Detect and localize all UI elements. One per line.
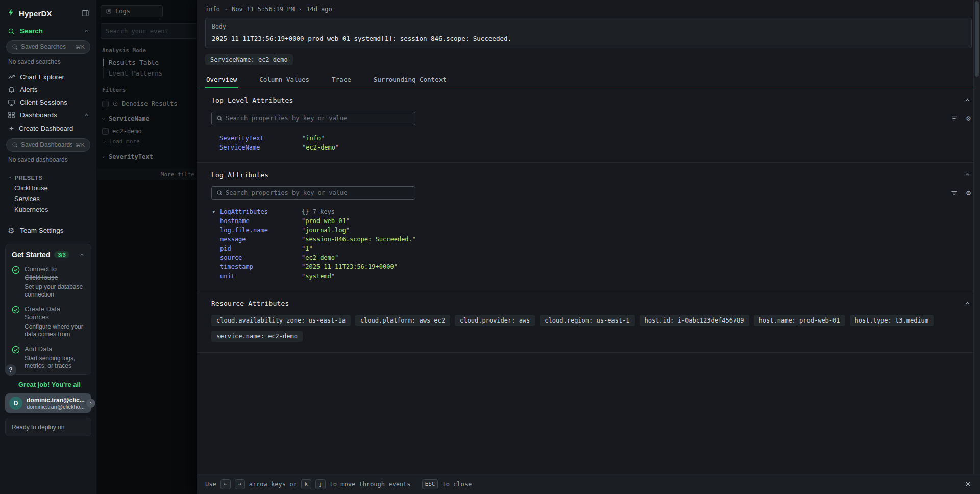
chevron-up-icon[interactable] (964, 300, 972, 307)
deploy-note: Ready to deploy on (5, 418, 91, 436)
service-name-chip: ServiceName: ec2-demo (205, 54, 293, 65)
properties-search-box[interactable] (211, 112, 415, 125)
attribute-key: timestamp (220, 262, 302, 271)
attribute-row[interactable]: timestamp 2025-11-11T23:56:19+0000 (220, 262, 972, 271)
preset-item[interactable]: Services (0, 193, 96, 204)
saved-dashboards-field[interactable] (21, 141, 72, 149)
bell-icon (7, 86, 15, 93)
user-menu[interactable]: D dominic.tran@clic... dominic.tran@clic… (5, 393, 91, 413)
plus-icon (8, 125, 15, 132)
properties-search-box[interactable] (211, 186, 415, 200)
chevron-up-icon[interactable] (964, 171, 972, 178)
get-started-item-title: Connect to ClickHouse (24, 265, 85, 282)
tab[interactable]: Surrounding Context (373, 71, 448, 88)
shortcut-hint: ⌘K (76, 142, 85, 149)
attribute-row[interactable]: ServiceName ec2-demo (219, 143, 972, 152)
resource-attribute-chip: host.name: prod-web-01 (754, 315, 845, 326)
attribute-key: log.file.name (220, 226, 302, 235)
attribute-row[interactable]: unit systemd (220, 271, 972, 281)
chevron-right-icon[interactable] (86, 399, 95, 408)
modal-overlay[interactable] (97, 0, 197, 494)
caret-down-icon[interactable]: ▼ (212, 207, 220, 216)
attribute-row[interactable]: hostname prod-web-01 (220, 216, 972, 226)
chevron-up-icon[interactable] (79, 252, 85, 258)
saved-dashboards-input[interactable]: ⌘K (6, 138, 90, 152)
saved-searches-field[interactable] (21, 43, 72, 51)
chevron-up-icon (84, 112, 89, 118)
saved-searches-input[interactable]: ⌘K (6, 40, 90, 54)
user-email: dominic.tran@clickho... (27, 404, 85, 410)
sidebar-item-label: Chart Explorer (20, 73, 64, 81)
create-dashboard-button[interactable]: Create Dashboard (0, 121, 96, 135)
great-job-message: Great job! You're all (18, 381, 81, 388)
avatar: D (9, 397, 22, 410)
progress-badge: 3/3 (54, 251, 69, 258)
attribute-row[interactable]: pid 1 (220, 244, 972, 253)
gear-icon[interactable]: ⚙ (966, 189, 971, 197)
sidebar-item-client-sessions[interactable]: Client Sessions (0, 96, 96, 109)
sidebar-item-search[interactable]: Search (0, 24, 96, 37)
get-started-card: Get Started 3/3 Connect to ClickHouse Se… (5, 244, 91, 375)
get-started-item: Create Data Sources Configure where your… (12, 305, 85, 338)
filter-lines-icon[interactable] (950, 189, 958, 197)
attribute-meta: {} 7 keys (302, 207, 972, 216)
separator-dot: · (299, 6, 302, 13)
tab[interactable]: Column Values (258, 71, 310, 88)
preset-item[interactable]: Kubernetes (0, 204, 96, 215)
get-started-item-title: Create Data Sources (24, 305, 85, 322)
detail-tabs: Overview Column Values Trace Surrounding… (197, 71, 980, 88)
app-root: HyperDX Search ⌘K No saved searches (0, 0, 980, 494)
presets-header[interactable]: PRESETS (0, 168, 96, 183)
sidebar-item-team-settings[interactable]: ⚙ Team Settings (0, 224, 96, 237)
attribute-key: pid (220, 244, 302, 253)
tab[interactable]: Overview (205, 71, 238, 88)
properties-search-input[interactable] (226, 189, 410, 196)
attribute-row[interactable]: SeverityText info (219, 134, 972, 143)
brand-row: HyperDX (0, 0, 96, 24)
severity-text: info (205, 6, 220, 13)
resource-attribute-chip: cloud.region: us-east-1 (540, 315, 634, 326)
close-icon[interactable] (964, 480, 972, 488)
grid-icon (7, 111, 15, 119)
get-started-item-title: Add Data (24, 345, 85, 353)
filter-panel: Logs Analysis Mode Results Table Event P… (97, 0, 197, 494)
tab[interactable]: Trace (331, 71, 352, 88)
sidebar-item-label: Search (20, 27, 43, 35)
attribute-row[interactable]: source ec2-demo (220, 253, 972, 262)
sidebar-item-chart-explorer[interactable]: Chart Explorer (0, 70, 96, 83)
gear-icon: ⚙ (7, 227, 15, 234)
attribute-row[interactable]: message session-846.scope: Succeeded. (220, 235, 972, 244)
sidebar-collapse-icon[interactable] (81, 9, 89, 17)
get-started-item-desc: Start sending logs, metrics, or traces (24, 355, 85, 370)
attribute-row[interactable]: log.file.name journal.log (220, 226, 972, 235)
get-started-item-desc: Set up your database connection (24, 283, 85, 299)
attribute-key: message (220, 235, 302, 244)
scrollbar-track[interactable] (973, 0, 980, 474)
sidebar-item-alerts[interactable]: Alerts (0, 83, 96, 96)
chevron-up-icon[interactable] (964, 97, 972, 104)
log-attributes-root-row[interactable]: ▼ LogAttributes {} 7 keys (212, 207, 972, 216)
section-log-attributes: Log Attributes (197, 162, 980, 291)
sidebar-item-dashboards[interactable]: Dashboards (0, 109, 96, 121)
help-button[interactable]: ? (5, 364, 16, 376)
properties-search-input[interactable] (226, 115, 410, 122)
preset-item[interactable]: ClickHouse (0, 183, 96, 193)
section-top-level-attributes: Top Level Attributes (197, 88, 980, 162)
attribute-value: systemd (302, 271, 972, 281)
filter-lines-icon[interactable] (950, 115, 958, 122)
section-title: Top Level Attributes (211, 96, 293, 104)
section-resource-attributes: Resource Attributes cloud.availability_z… (197, 291, 980, 353)
log-detail-drawer: info · Nov 11 5:56:19 PM · 14d ago Body … (197, 0, 980, 494)
get-started-item: Add Data Start sending logs, metrics, or… (12, 345, 85, 370)
gear-icon[interactable]: ⚙ (966, 115, 971, 122)
attribute-value: prod-web-01 (302, 216, 972, 226)
body-label: Body (212, 23, 965, 30)
scrollbar-thumb[interactable] (975, 1, 979, 77)
drawer-footer: Use ← → arrow keys or k j to move throug… (197, 474, 980, 494)
j-key: j (315, 479, 326, 489)
get-started-title: Get Started (12, 251, 50, 259)
resource-attribute-chip: service.name: ec2-demo (211, 331, 303, 342)
footer-text: to close (442, 481, 472, 488)
create-dashboard-label: Create Dashboard (19, 125, 73, 132)
resource-attribute-chip: cloud.availability_zone: us-east-1a (211, 315, 351, 326)
